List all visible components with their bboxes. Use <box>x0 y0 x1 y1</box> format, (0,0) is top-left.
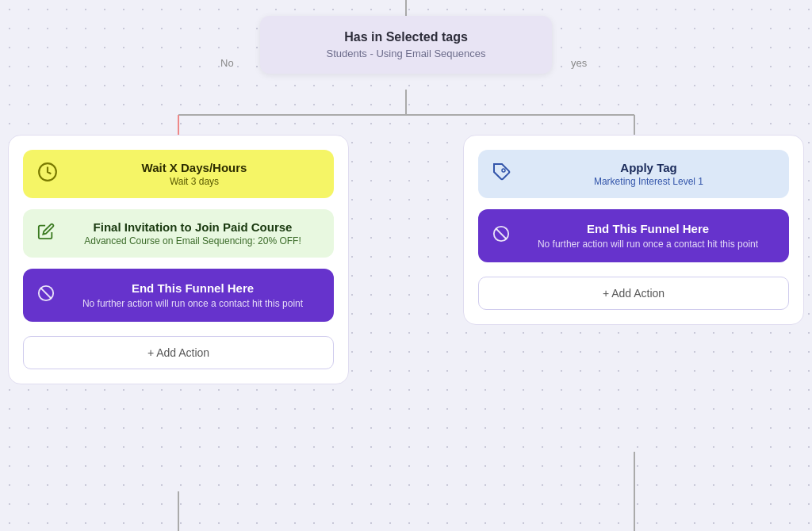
svg-line-9 <box>41 288 52 299</box>
wait-card[interactable]: Wait X Days/Hours Wait 3 days <box>23 150 334 198</box>
add-action-button-right[interactable]: + Add Action <box>478 277 789 310</box>
end-funnel-left-subtitle: No further action will run once a contac… <box>66 298 320 309</box>
svg-line-13 <box>496 229 507 239</box>
invite-card-subtitle: Advanced Course on Email Sequencing: 20%… <box>66 235 320 246</box>
svg-point-11 <box>502 169 505 172</box>
end-funnel-right-title: End This Funnel Here <box>521 222 775 235</box>
apply-tag-content: Apply Tag Marketing Interest Level 1 <box>523 161 775 187</box>
invite-card-title: Final Invitation to Join Paid Course <box>66 220 320 234</box>
apply-tag-subtitle: Marketing Interest Level 1 <box>523 176 775 187</box>
decision-subtitle: Students - Using Email Sequences <box>279 48 533 59</box>
end-funnel-right-content: End This Funnel Here No further action w… <box>521 222 775 250</box>
right-branch-container: Apply Tag Marketing Interest Level 1 End… <box>463 135 804 325</box>
branch-label-no: No <box>220 57 234 69</box>
add-action-button-left[interactable]: + Add Action <box>23 336 334 369</box>
invite-card[interactable]: Final Invitation to Join Paid Course Adv… <box>23 209 334 258</box>
invite-card-content: Final Invitation to Join Paid Course Adv… <box>66 220 320 246</box>
ban-icon-right <box>492 225 510 246</box>
wait-card-content: Wait X Days/Hours Wait 3 days <box>69 161 320 187</box>
workflow-canvas: Has in Selected tags Students - Using Em… <box>0 0 812 531</box>
end-funnel-left-content: End This Funnel Here No further action w… <box>66 281 320 309</box>
branch-label-yes: yes <box>571 57 587 69</box>
end-funnel-card-left[interactable]: End This Funnel Here No further action w… <box>23 269 334 322</box>
wait-card-title: Wait X Days/Hours <box>69 161 320 174</box>
end-funnel-left-title: End This Funnel Here <box>66 281 320 295</box>
clock-icon <box>37 162 58 187</box>
apply-tag-card[interactable]: Apply Tag Marketing Interest Level 1 <box>478 150 789 198</box>
wait-card-subtitle: Wait 3 days <box>69 176 320 187</box>
decision-title: Has in Selected tags <box>279 30 533 44</box>
tag-icon <box>492 162 511 185</box>
left-branch-container: Wait X Days/Hours Wait 3 days Final Invi… <box>8 135 349 384</box>
apply-tag-title: Apply Tag <box>523 161 775 174</box>
end-funnel-right-subtitle: No further action will run once a contac… <box>521 239 775 250</box>
decision-node[interactable]: Has in Selected tags Students - Using Em… <box>260 16 552 74</box>
pencil-icon <box>37 223 55 244</box>
end-funnel-card-right[interactable]: End This Funnel Here No further action w… <box>478 209 789 262</box>
ban-icon-left <box>37 285 55 306</box>
